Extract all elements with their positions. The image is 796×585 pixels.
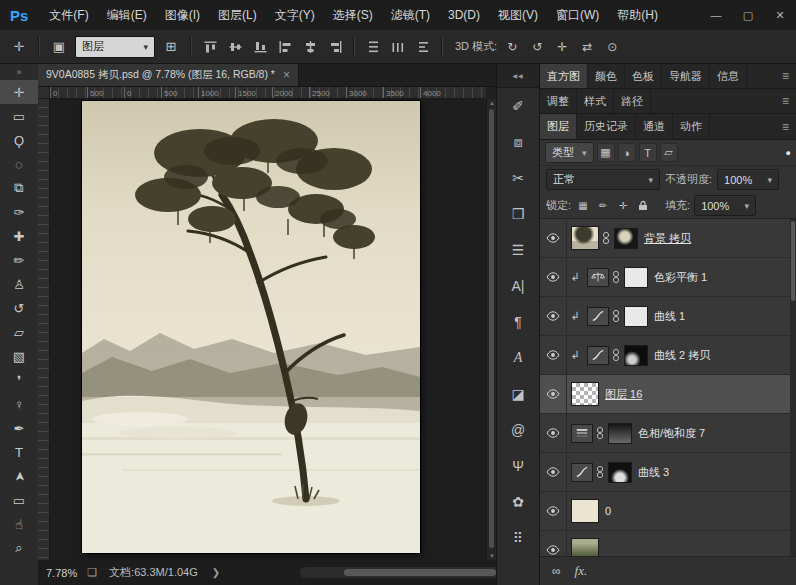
zoom-tool[interactable]: ⌕: [0, 536, 38, 560]
character-panel-icon[interactable]: A|: [497, 268, 539, 304]
zoom-level[interactable]: 7.78%: [46, 567, 77, 579]
dodge-tool[interactable]: ♀: [0, 392, 38, 416]
crop-tool[interactable]: ⧉: [0, 176, 38, 200]
layer-mask-thumbnail[interactable]: [625, 307, 647, 326]
menu-edit[interactable]: 编辑(E): [98, 0, 156, 30]
layer-thumbnail[interactable]: [572, 383, 598, 405]
menu-filter[interactable]: 滤镜(T): [382, 0, 439, 30]
rectangular-marquee-tool[interactable]: ▭: [0, 104, 38, 128]
align-top-edges-button[interactable]: [200, 36, 220, 58]
measurement-log-panel-icon[interactable]: ⠿: [497, 520, 539, 556]
filter-type-layers-icon[interactable]: T: [639, 143, 657, 162]
menu-image[interactable]: 图像(I): [156, 0, 209, 30]
tab-paths[interactable]: 路径: [614, 89, 651, 113]
layer-row-partial[interactable]: [540, 531, 796, 556]
visibility-toggle[interactable]: [540, 336, 567, 374]
filter-pixel-layers-icon[interactable]: ▦: [597, 143, 615, 162]
layer-mask-thumbnail[interactable]: [609, 424, 631, 443]
menu-help[interactable]: 帮助(H): [608, 0, 667, 30]
adjustment-icon-hue-saturation[interactable]: [572, 425, 592, 442]
layer-styles-icon[interactable]: fx.: [575, 563, 588, 579]
opacity-dropdown[interactable]: 100% ▾: [717, 169, 779, 190]
clone-stamp-tool[interactable]: ♙: [0, 272, 38, 296]
3d-drag-icon[interactable]: ✛: [552, 36, 572, 58]
align-bottom-edges-button[interactable]: [250, 36, 270, 58]
visibility-toggle[interactable]: [540, 375, 567, 413]
tab-swatches[interactable]: 色板: [625, 64, 662, 88]
filter-adjustment-layers-icon[interactable]: ◑: [618, 143, 636, 162]
3d-scale-icon[interactable]: ⊙: [602, 36, 622, 58]
visibility-toggle[interactable]: [540, 297, 567, 335]
layer-row-background-copy[interactable]: 背景 拷贝: [540, 219, 796, 258]
canvas-vertical-scrollbar[interactable]: ▲ ▼: [486, 99, 496, 560]
adjustment-icon-curves[interactable]: [588, 347, 608, 364]
panel-menu-icon[interactable]: ≡: [775, 89, 796, 113]
tab-styles[interactable]: 样式: [577, 89, 614, 113]
fill-dropdown[interactable]: 100% ▾: [694, 195, 756, 216]
tab-histogram[interactable]: 直方图: [540, 64, 588, 88]
layer-row-curves-3[interactable]: 曲线 3: [540, 453, 796, 492]
document-status-icon[interactable]: ❏: [87, 566, 97, 579]
path-selection-tool[interactable]: ➤: [0, 464, 38, 488]
paragraph-panel-icon[interactable]: ¶: [497, 304, 539, 340]
layer-mask-thumbnail[interactable]: [625, 346, 647, 365]
layer-row-curves-1[interactable]: ↲ 曲线 1: [540, 297, 796, 336]
notes-panel-icon[interactable]: @: [497, 412, 539, 448]
status-chevron-icon[interactable]: ❯: [212, 567, 220, 578]
horizontal-scroll-thumb[interactable]: [344, 569, 496, 576]
collapse-panels-icon[interactable]: ◀◀: [497, 64, 539, 88]
align-left-edges-button[interactable]: [275, 36, 295, 58]
quick-selection-tool[interactable]: ◌: [0, 152, 38, 176]
history-panel-icon[interactable]: ✿: [497, 484, 539, 520]
brush-settings-panel-icon[interactable]: ✐: [497, 88, 539, 124]
adjustment-icon-color-balance[interactable]: [588, 269, 608, 286]
layer-thumbnail[interactable]: [572, 539, 598, 556]
document-canvas[interactable]: [82, 101, 420, 553]
tab-adjustments[interactable]: 调整: [540, 89, 577, 113]
layer-mask-thumbnail[interactable]: [615, 229, 637, 248]
adjustment-icon-curves[interactable]: [572, 464, 592, 481]
layer-name[interactable]: 图层 16: [605, 387, 642, 402]
brush-tool[interactable]: ✏: [0, 248, 38, 272]
tab-channels[interactable]: 通道: [636, 114, 673, 139]
visibility-toggle[interactable]: [540, 492, 567, 530]
visibility-toggle[interactable]: [540, 414, 567, 452]
distribute-bottom-edges-button[interactable]: [413, 36, 433, 58]
menu-select[interactable]: 选择(S): [324, 0, 382, 30]
show-transform-controls-icon[interactable]: ⊞: [160, 36, 182, 58]
lock-transparency-icon[interactable]: ▦: [575, 197, 591, 214]
filter-shape-layers-icon[interactable]: ▱: [660, 143, 678, 162]
lasso-tool[interactable]: Ϙ: [0, 128, 38, 152]
visibility-toggle[interactable]: [540, 258, 567, 296]
layer-row-color-balance-1[interactable]: ↲ 色彩平衡 1: [540, 258, 796, 297]
align-vertical-centers-button[interactable]: [225, 36, 245, 58]
layers-scrollbar[interactable]: [790, 219, 796, 556]
menu-type[interactable]: 文字(Y): [266, 0, 324, 30]
lock-position-icon[interactable]: ✛: [615, 197, 631, 214]
glyphs-panel-icon[interactable]: A: [497, 340, 539, 376]
adjustment-icon-curves[interactable]: [588, 308, 608, 325]
tab-info[interactable]: 信息: [710, 64, 747, 88]
hand-tool[interactable]: ☝: [0, 512, 38, 536]
layer-row-curves-2-copy[interactable]: ↲ 曲线 2 拷贝: [540, 336, 796, 375]
toolbar-expand-icon[interactable]: »: [0, 64, 38, 80]
auto-select-icon[interactable]: ▣: [48, 36, 70, 58]
layer-row-hue-saturation-7[interactable]: 色相/饱和度 7: [540, 414, 796, 453]
maximize-button[interactable]: ▢: [732, 0, 764, 30]
minimize-button[interactable]: —: [700, 0, 732, 30]
layer-name[interactable]: 背景 拷贝: [644, 231, 691, 246]
layer-thumbnail[interactable]: [572, 227, 598, 249]
distribute-vertical-centers-button[interactable]: [388, 36, 408, 58]
tab-color[interactable]: 颜色: [588, 64, 625, 88]
eraser-tool[interactable]: ▱: [0, 320, 38, 344]
layers-scroll-thumb[interactable]: [791, 221, 795, 301]
layer-filter-toggle[interactable]: ●: [786, 148, 791, 158]
clone-source-panel-icon[interactable]: ⧈: [497, 124, 539, 160]
menu-file[interactable]: 文件(F): [40, 0, 97, 30]
layer-mask-thumbnail[interactable]: [625, 268, 647, 287]
tab-layers[interactable]: 图层: [540, 114, 577, 139]
distribute-top-edges-button[interactable]: [363, 36, 383, 58]
visibility-toggle[interactable]: [540, 531, 567, 556]
move-tool[interactable]: ✛: [0, 80, 38, 104]
layer-row-layer-16[interactable]: 图层 16: [540, 375, 796, 414]
